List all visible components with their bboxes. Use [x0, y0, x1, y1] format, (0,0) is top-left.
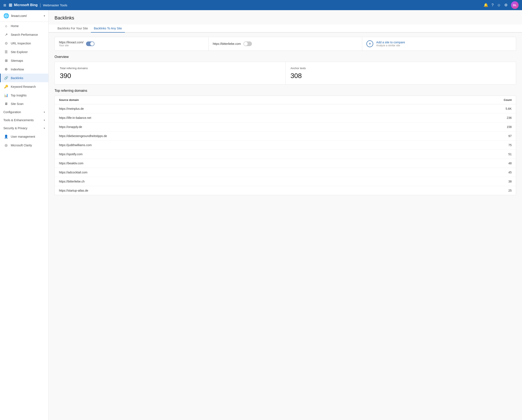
tab-bar: Backlinks For Your Site Backlinks To Any…: [49, 24, 522, 32]
app-body: 🌐 linxact.com/ ▾ ⌂ Home ↗ Search Perform…: [0, 10, 522, 420]
tab-backlinks-for-your-site[interactable]: Backlinks For Your Site: [54, 24, 91, 32]
sidebar-item-label: IndexNow: [11, 68, 24, 71]
table-row[interactable]: https://diebestengesundheitstipps.de97: [55, 132, 516, 141]
add-site-sub: Analyze a similar site: [376, 44, 405, 47]
chevron-down-icon: ▾: [44, 119, 45, 122]
tool-name: Webmaster Tools: [43, 3, 67, 7]
domains-table: Source domain Count https://meinplus.de5…: [54, 96, 516, 195]
domain-url: https://bitterliebe.ch: [59, 180, 84, 183]
sidebar-item-search-performance[interactable]: ↗ Search Performance: [0, 30, 48, 39]
domain-count: 158: [507, 125, 512, 129]
domains-table-body: https://meinplus.de5.6Khttps://life-in-b…: [55, 104, 516, 195]
overview-card-value: 390: [60, 72, 280, 80]
topbar-icons: 🔔 ? ☺ ⚙ DL: [484, 1, 519, 9]
sidebar: 🌐 linxact.com/ ▾ ⌂ Home ↗ Search Perform…: [0, 10, 49, 420]
table-row[interactable]: https://onapply.de158: [55, 123, 516, 132]
windows-icon: ⊞: [9, 2, 12, 8]
domain-url: https://judithwilliams.com: [59, 143, 92, 147]
sidebar-item-top-insights[interactable]: 📊 Top Insights: [0, 91, 48, 100]
sidebar-item-backlinks[interactable]: 🔗 Backlinks: [0, 74, 48, 82]
domain-count: 48: [508, 162, 512, 165]
sidebar-item-indexnow[interactable]: ⚙ IndexNow: [0, 65, 48, 74]
site-name: linxact.com/: [11, 14, 42, 17]
sidebar-item-label: Search Performance: [11, 33, 38, 36]
top-referring-domains-title: Top referring domains: [54, 89, 516, 93]
sidebar-item-site-scan[interactable]: 🖥 Site Scan: [0, 100, 48, 108]
col-source-domain: Source domain: [59, 98, 79, 101]
overview-card-label: Anchor texts: [291, 67, 511, 70]
site1-cell: https://linxact.com/ Your site: [55, 37, 209, 51]
site-selector[interactable]: 🌐 linxact.com/ ▾: [0, 10, 48, 22]
grid-icon[interactable]: ⊞: [3, 3, 6, 7]
search-icon: ⊙: [4, 41, 8, 45]
sidebar-item-label: Top Insights: [11, 94, 27, 97]
domain-count: 5.6K: [506, 107, 512, 110]
table-row[interactable]: https://bitterliebe.ch38: [55, 177, 516, 186]
domain-count: 25: [508, 189, 512, 192]
site1-toggle[interactable]: [86, 41, 94, 46]
sidebar-section-tools-enhancements[interactable]: Tools & Enhancements ▾: [0, 116, 48, 124]
topbar-divider: |: [40, 3, 41, 8]
domain-url: https://life-in-balance.net: [59, 116, 91, 119]
add-site-label: Add a site to compare: [376, 41, 405, 44]
tab-backlinks-to-any-site[interactable]: Backlinks To Any Site: [91, 24, 125, 32]
domain-url: https://onapply.de: [59, 125, 82, 129]
site2-url: https://bitterliebe.com: [213, 42, 241, 46]
monitor-icon: 🖥: [4, 102, 8, 106]
table-row[interactable]: https://life-in-balance.net236: [55, 113, 516, 123]
avatar[interactable]: DL: [511, 1, 519, 9]
overview-cards: Total referring domains 390 Anchor texts…: [54, 62, 516, 85]
help-icon[interactable]: ?: [491, 3, 494, 8]
app-name: Microsoft Bing: [14, 3, 38, 7]
domains-table-header: Source domain Count: [55, 96, 516, 104]
sidebar-section-label: Tools & Enhancements: [3, 118, 34, 122]
table-row[interactable]: https://startup-atlas.de25: [55, 186, 516, 195]
home-icon: ⌂: [4, 24, 8, 28]
sidebar-item-keyword-research[interactable]: 🔑 Keyword Research: [0, 82, 48, 91]
main-content: Backlinks Backlinks For Your Site Backli…: [49, 10, 522, 420]
sidebar-section-label: Configuration: [3, 110, 21, 114]
smiley-icon[interactable]: ☺: [497, 3, 501, 8]
sidebar-item-label: URL Inspection: [11, 42, 31, 45]
domain-url: https://adcocktail.com: [59, 171, 87, 174]
sitemap-icon: ⊞: [4, 59, 8, 62]
overview-card-label: Total referring domains: [60, 67, 280, 70]
indexnow-icon: ⚙: [4, 67, 8, 71]
add-site-icon[interactable]: +: [367, 40, 373, 47]
chevron-down-icon: ▾: [44, 127, 45, 130]
site2-toggle[interactable]: [244, 41, 252, 46]
overview-card-anchor-texts: Anchor texts 308: [285, 62, 516, 84]
overview-title: Overview: [54, 55, 516, 59]
sidebar-item-home[interactable]: ⌂ Home: [0, 22, 48, 30]
sidebar-section-label: Security & Privacy: [3, 126, 27, 130]
site2-cell: https://bitterliebe.com: [209, 37, 362, 51]
table-row[interactable]: https://judithwilliams.com75: [55, 141, 516, 150]
insights-icon: 📊: [4, 93, 8, 97]
sidebar-item-label: User management: [11, 135, 35, 138]
app-logo: ⊞ Microsoft Bing: [9, 2, 38, 8]
sidebar-item-url-inspection[interactable]: ⊙ URL Inspection: [0, 39, 48, 47]
table-row[interactable]: https://spotify.com51: [55, 150, 516, 159]
domain-count: 45: [508, 171, 512, 174]
table-row[interactable]: https://beaktiv.com48: [55, 159, 516, 168]
site-compare-row: https://linxact.com/ Your site https://b…: [54, 37, 516, 51]
sidebar-item-microsoft-clarity[interactable]: ◎ Microsoft Clarity: [0, 141, 48, 149]
sidebar-item-user-management[interactable]: 👤 User management: [0, 132, 48, 141]
clarity-icon: ◎: [4, 143, 8, 147]
sidebar-section-configuration[interactable]: Configuration ▾: [0, 108, 48, 116]
table-row[interactable]: https://meinplus.de5.6K: [55, 104, 516, 113]
sidebar-item-label: Site Explorer: [11, 50, 28, 54]
sidebar-item-sitemaps[interactable]: ⊞ Sitemaps: [0, 56, 48, 65]
document-icon: ☰: [4, 50, 8, 54]
domain-url: https://spotify.com: [59, 153, 83, 156]
overview-card-referring-domains: Total referring domains 390: [55, 62, 285, 84]
sidebar-section-security-privacy[interactable]: Security & Privacy ▾: [0, 124, 48, 132]
keyword-icon: 🔑: [4, 85, 8, 89]
notification-icon[interactable]: 🔔: [484, 3, 488, 8]
sidebar-item-site-explorer[interactable]: ☰ Site Explorer: [0, 47, 48, 56]
table-row[interactable]: https://adcocktail.com45: [55, 168, 516, 177]
col-count: Count: [504, 98, 512, 101]
sidebar-item-label: Backlinks: [11, 76, 23, 80]
settings-icon[interactable]: ⚙: [504, 3, 508, 8]
add-site-cell[interactable]: + Add a site to compare Analyze a simila…: [362, 37, 516, 51]
